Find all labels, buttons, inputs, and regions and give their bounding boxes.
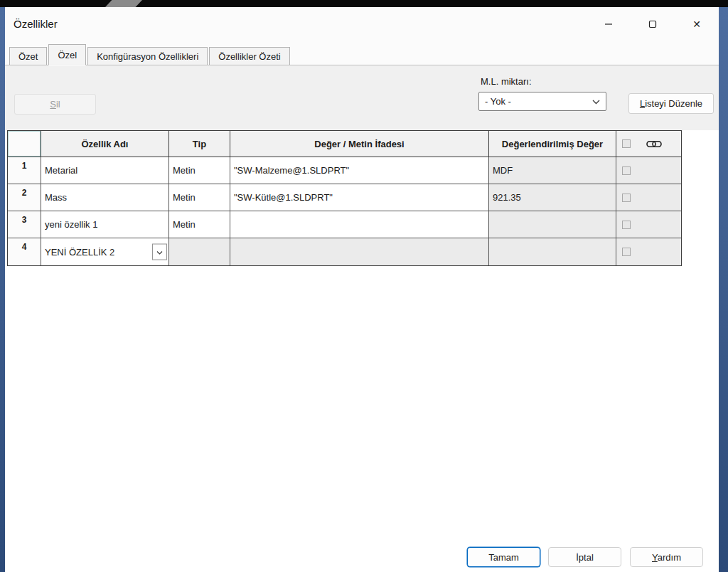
ok-button[interactable]: Tamam bbox=[467, 547, 540, 567]
tab-ozel[interactable]: Özel bbox=[48, 44, 86, 65]
property-name-dropdown-button[interactable] bbox=[152, 244, 167, 260]
cell-link bbox=[616, 184, 681, 211]
cell-evaluated: 921.35 bbox=[489, 184, 616, 211]
link-checkbox[interactable] bbox=[622, 221, 631, 229]
link-chain-icon bbox=[631, 139, 678, 149]
properties-dialog: Özellikler ✕ Özet Özel Konfigürasyon Öze… bbox=[5, 7, 719, 572]
tab-konfigurasyon-ozellikleri[interactable]: Konfigürasyon Özellikleri bbox=[87, 47, 208, 65]
dialog-title: Özellikler bbox=[14, 7, 58, 41]
tab-ozellikler-ozeti[interactable]: Özellikler Özeti bbox=[209, 47, 289, 65]
column-header-evaluated: Değerlendirilmiş Değer bbox=[489, 131, 616, 157]
tab-ozet[interactable]: Özet bbox=[9, 47, 47, 65]
column-header-link bbox=[616, 131, 681, 157]
cell-type[interactable]: Metin bbox=[169, 184, 230, 211]
cell-value[interactable] bbox=[230, 211, 489, 238]
column-header-name: Özellik Adı bbox=[41, 131, 169, 157]
help-button[interactable]: Yardım bbox=[630, 547, 703, 567]
edit-list-button[interactable]: Listeyi Düzenle bbox=[628, 93, 714, 114]
cell-link bbox=[616, 238, 681, 265]
chevron-down-icon bbox=[592, 96, 600, 107]
background-left-strip bbox=[0, 7, 5, 572]
minimize-button[interactable] bbox=[587, 7, 631, 41]
column-header-type: Tip bbox=[169, 131, 230, 157]
row-header[interactable]: 2 bbox=[8, 184, 41, 211]
minimize-icon bbox=[604, 20, 613, 28]
background-right-strip bbox=[719, 7, 728, 572]
delete-button[interactable]: Sil bbox=[14, 94, 96, 115]
column-header-value: Değer / Metin İfadesi bbox=[230, 131, 489, 157]
link-header-checkbox[interactable] bbox=[622, 139, 631, 148]
cell-name[interactable]: Metarial bbox=[41, 157, 169, 184]
cancel-button[interactable]: İptal bbox=[548, 547, 621, 567]
link-checkbox[interactable] bbox=[622, 248, 631, 256]
row-header[interactable]: 3 bbox=[8, 211, 41, 238]
bom-quantity-dropdown[interactable]: - Yok - bbox=[478, 92, 606, 111]
bom-quantity-value: - Yok - bbox=[485, 96, 511, 107]
cell-name-text: YENİ ÖZELLİK 2 bbox=[45, 247, 114, 258]
cell-name-editing[interactable]: YENİ ÖZELLİK 2 bbox=[41, 238, 169, 265]
row-header[interactable]: 4 bbox=[8, 238, 41, 265]
cell-type[interactable]: Metin bbox=[169, 211, 230, 238]
cell-name[interactable]: yeni özellik 1 bbox=[41, 211, 169, 238]
cell-value[interactable]: "SW-Malzeme@1.SLDPRT" bbox=[230, 157, 489, 184]
link-checkbox[interactable] bbox=[622, 194, 631, 202]
close-icon: ✕ bbox=[692, 18, 701, 30]
maximize-icon bbox=[648, 20, 657, 28]
table-corner-cell bbox=[8, 131, 41, 157]
link-checkbox[interactable] bbox=[622, 166, 631, 175]
cell-link bbox=[616, 211, 681, 238]
maximize-button[interactable] bbox=[631, 7, 675, 41]
tab-strip: Özet Özel Konfigürasyon Özellikleri Özel… bbox=[5, 41, 719, 65]
toolbar: Sil M.L. miktarı: - Yok - Listeyi Düzenl… bbox=[5, 66, 719, 130]
cell-evaluated bbox=[489, 211, 616, 238]
close-button[interactable]: ✕ bbox=[675, 7, 719, 41]
title-bar: Özellikler ✕ bbox=[5, 7, 719, 41]
cell-value[interactable] bbox=[230, 238, 489, 265]
cell-evaluated bbox=[489, 238, 616, 265]
cell-name[interactable]: Mass bbox=[41, 184, 169, 211]
chevron-down-icon bbox=[156, 247, 163, 258]
cell-value[interactable]: "SW-Kütle@1.SLDPRT" bbox=[230, 184, 489, 211]
row-header[interactable]: 1 bbox=[8, 157, 41, 184]
bom-quantity-label: M.L. miktarı: bbox=[481, 76, 532, 87]
background-app-fragment bbox=[105, 0, 142, 7]
cell-evaluated: MDF bbox=[489, 157, 616, 184]
window-controls: ✕ bbox=[587, 7, 719, 41]
background-top-bar bbox=[0, 0, 728, 7]
cell-link bbox=[616, 157, 681, 184]
properties-table: Özellik Adı Tip Değer / Metin İfadesi De… bbox=[7, 130, 682, 266]
cell-type[interactable]: Metin bbox=[169, 157, 230, 184]
cell-type[interactable] bbox=[169, 238, 230, 265]
